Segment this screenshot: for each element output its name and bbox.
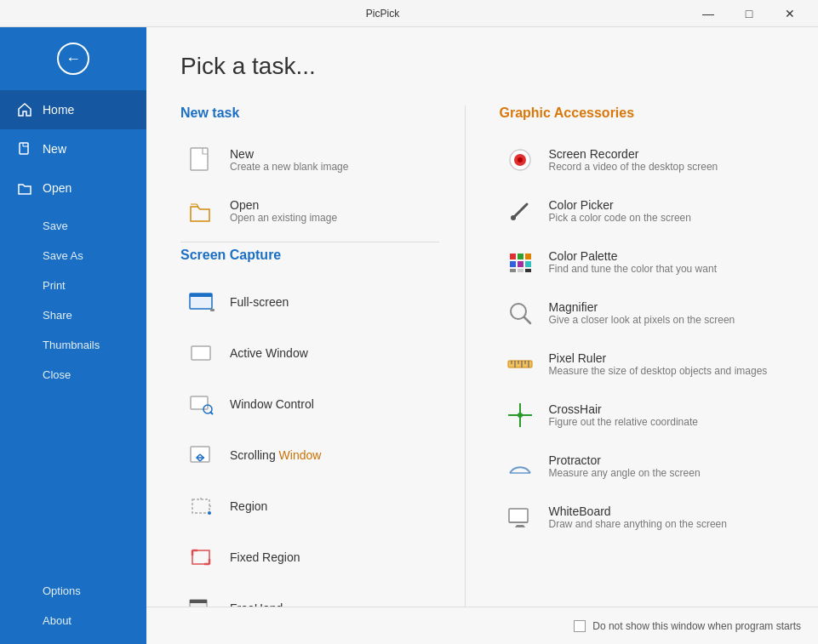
task-crosshair-desc: Figure out the relative coordinate [549,416,698,428]
footer-bar: Do not show this window when program sta… [146,607,818,644]
new-icon [17,141,34,157]
svg-rect-0 [20,143,28,154]
svg-rect-30 [525,254,531,259]
task-item-scrolling-window[interactable]: Scrolling Window [180,430,439,481]
dont-show-checkbox[interactable] [574,620,586,632]
task-item-color-palette[interactable]: Color Palette Find and tune the color th… [500,237,785,288]
task-whiteboard-icon [503,500,537,534]
task-active-window-text: Active Window [230,346,308,360]
minimize-button[interactable]: — [689,0,728,27]
task-new-text: New Create a new blank image [230,147,348,173]
sidebar: ← Home New [0,27,146,644]
sidebar-item-new-label: New [43,142,66,156]
task-color-palette-icon [503,245,537,279]
task-screen-recorder-desc: Record a video of the desktop screen [549,161,718,173]
task-protractor-name: Protractor [549,453,701,467]
svg-rect-3 [190,294,212,297]
task-open-name: Open [230,198,337,212]
scrolling-window-highlight: Window [279,448,322,462]
left-column: New task New [180,105,466,607]
task-screen-recorder-text: Screen Recorder Record a video of the de… [549,147,718,173]
sidebar-nav: Home New Open [0,90,146,644]
task-item-freehand[interactable]: FreeHand [180,583,439,607]
task-open-desc: Open an existing image [230,212,337,224]
task-whiteboard-name: WhiteBoard [549,504,727,518]
svg-rect-1 [191,148,208,170]
home-icon [17,102,34,117]
svg-rect-6 [191,396,208,409]
task-item-window-control[interactable]: Window Control [180,379,439,430]
maximize-button[interactable]: □ [729,0,769,27]
page-title: Pick a task... [180,53,784,80]
task-color-picker-desc: Pick a color code on the screen [549,212,691,224]
task-new-name: New [230,147,348,161]
sidebar-item-save[interactable]: Save [0,211,146,241]
screen-capture-list: Full-screen Active Window [180,276,439,607]
task-magnifier-text: Magnifier Give a closer look at pixels o… [549,300,735,326]
task-fullscreen-name: Full-screen [230,295,289,309]
task-item-protractor[interactable]: Protractor Measure any angle on the scre… [500,441,785,492]
task-pixel-ruler-desc: Measure the size of desktop objects and … [549,365,768,377]
task-pixel-ruler-name: Pixel Ruler [549,351,768,365]
sidebar-item-home[interactable]: Home [0,90,146,129]
close-button[interactable]: ✕ [770,0,809,27]
sidebar-bottom: Options About [0,576,146,644]
task-fixed-region-icon [184,540,218,574]
sidebar-item-open-label: Open [43,181,72,195]
task-screen-recorder-name: Screen Recorder [549,147,718,161]
svg-line-26 [513,204,527,218]
svg-rect-34 [510,269,516,272]
task-item-active-window[interactable]: Active Window [180,328,439,379]
task-magnifier-icon [503,296,537,330]
task-new-icon [184,143,218,177]
sidebar-item-thumbnails[interactable]: Thumbnails [0,330,146,360]
task-pixel-ruler-icon [503,347,537,381]
task-whiteboard-desc: Draw and share anything on the screen [549,518,727,530]
task-item-fixed-region[interactable]: Fixed Region [180,532,439,583]
back-button-area[interactable]: ← [0,27,146,90]
sidebar-item-about[interactable]: About [0,606,146,635]
task-region-text: Region [230,499,267,513]
right-column: Graphic Accessories [500,105,785,607]
sidebar-item-open[interactable]: Open [0,168,146,208]
svg-line-8 [210,412,213,414]
svg-rect-5 [192,346,210,360]
svg-point-48 [518,413,523,418]
back-button[interactable]: ← [57,43,89,75]
task-item-region[interactable]: Region [180,481,439,532]
sidebar-item-print[interactable]: Print [0,271,146,300]
task-item-new[interactable]: New Create a new blank image [180,134,439,185]
task-magnifier-desc: Give a closer look at pixels on the scre… [549,314,735,326]
sidebar-item-close[interactable]: Close [0,360,146,390]
task-active-window-name: Active Window [230,346,308,360]
svg-rect-4 [210,309,215,311]
task-item-fullscreen[interactable]: Full-screen [180,276,439,328]
task-active-window-icon [184,336,218,370]
task-item-whiteboard[interactable]: WhiteBoard Draw and share anything on th… [500,492,785,543]
svg-point-27 [511,215,516,220]
back-icon: ← [66,50,81,68]
task-protractor-desc: Measure any angle on the screen [549,467,701,479]
task-item-crosshair[interactable]: CrossHair Figure out the relative coordi… [500,390,785,441]
task-item-open[interactable]: Open Open an existing image [180,185,439,237]
svg-rect-31 [510,261,516,267]
task-color-picker-text: Color Picker Pick a color code on the sc… [549,198,691,224]
task-item-color-picker[interactable]: Color Picker Pick a color code on the sc… [500,185,785,237]
title-bar: PicPick — □ ✕ [0,0,818,27]
sidebar-item-share[interactable]: Share [0,300,146,330]
task-item-screen-recorder[interactable]: Screen Recorder Record a video of the de… [500,134,785,185]
main-content: Pick a task... New task [146,27,818,607]
svg-rect-10 [192,499,209,513]
task-protractor-text: Protractor Measure any angle on the scre… [549,453,701,479]
sidebar-item-options[interactable]: Options [0,576,146,606]
sidebar-item-save-as[interactable]: Save As [0,241,146,271]
svg-rect-29 [518,254,523,259]
sidebar-sub-items: Save Save As Print Share Thumbnails Clos… [0,208,146,393]
task-open-text: Open Open an existing image [230,198,337,224]
task-item-magnifier[interactable]: Magnifier Give a closer look at pixels o… [500,288,785,339]
task-item-pixel-ruler[interactable]: Pixel Ruler Measure the size of desktop … [500,339,785,390]
task-crosshair-icon [503,398,537,432]
task-window-control-name: Window Control [230,397,314,411]
sidebar-item-new[interactable]: New [0,129,146,168]
new-task-title: New task [180,105,439,121]
